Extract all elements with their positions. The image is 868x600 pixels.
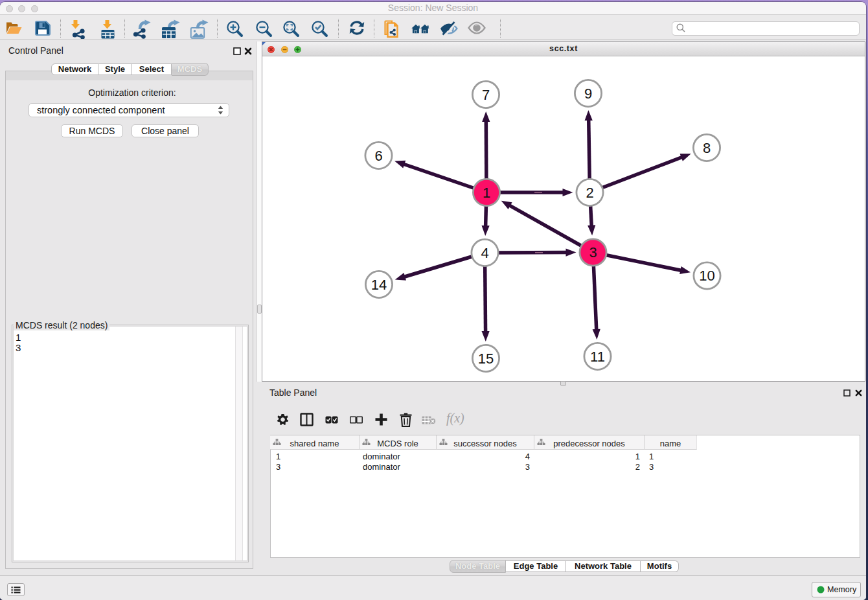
svg-text:2: 2 xyxy=(586,185,593,201)
svg-text:14: 14 xyxy=(371,277,387,293)
svg-text:8: 8 xyxy=(703,140,711,156)
svg-text:4: 4 xyxy=(481,245,488,261)
svg-text:11: 11 xyxy=(590,349,605,365)
svg-text:6: 6 xyxy=(374,148,382,164)
svg-text:1: 1 xyxy=(483,185,490,201)
svg-text:10: 10 xyxy=(699,268,714,284)
svg-text:7: 7 xyxy=(482,87,490,103)
svg-text:15: 15 xyxy=(478,351,494,367)
svg-text:3: 3 xyxy=(589,244,597,260)
svg-text:9: 9 xyxy=(584,86,592,102)
